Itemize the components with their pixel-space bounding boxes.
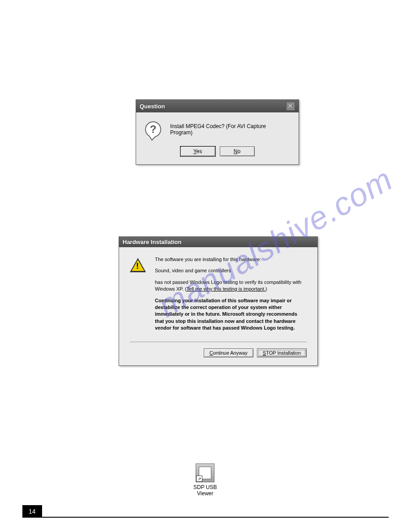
hw-device: Sound, video and game controllers [155, 267, 307, 274]
page-number: 14 [22, 505, 42, 518]
hardware-titlebar: Hardware Installation [119, 237, 317, 247]
close-button[interactable]: ✕ [286, 102, 295, 111]
shortcut-label: SDP USB Viewer [193, 484, 217, 497]
hardware-content: The software you are installing for this… [155, 256, 307, 336]
hw-warning-para: has not passed Windows Logo testing to v… [155, 279, 307, 293]
close-icon: ✕ [288, 103, 293, 110]
shortcut-label-line2: Viewer [193, 490, 217, 497]
footer-line [42, 517, 389, 518]
yes-rest: es [197, 148, 202, 154]
question-body: ? Install MPEG4 Codec? (For AVI Capture … [136, 112, 299, 146]
shortcut-label-line1: SDP USB [193, 484, 217, 490]
hardware-dialog: Hardware Installation ! The software you… [119, 236, 318, 366]
question-dialog: Question ✕ ? Install MPEG4 Codec? (For A… [136, 99, 299, 165]
hardware-body: ! The software you are installing for th… [119, 247, 317, 365]
question-icon: ? [145, 121, 161, 137]
question-title: Question [140, 103, 165, 110]
shortcut-icon: ↗ [196, 463, 214, 482]
continue-rest: ontinue Anyway [213, 350, 248, 356]
question-message: Install MPEG4 Codec? (For AVI Capture Pr… [170, 123, 290, 136]
yes-button[interactable]: Yes [180, 146, 215, 156]
question-buttons: Yes No [136, 146, 299, 164]
hardware-top: ! The software you are installing for th… [130, 256, 307, 336]
no-button[interactable]: No [220, 146, 255, 156]
stop-installation-button[interactable]: STOP Installation [257, 348, 307, 357]
hardware-buttons: Continue Anyway STOP Installation [130, 348, 307, 357]
page-footer: 14 [22, 505, 389, 518]
warning-icon: ! [130, 258, 146, 272]
hw-link[interactable]: Tell me why this testing is important. [187, 286, 265, 292]
hw-intro: The software you are installing for this… [155, 256, 307, 263]
continue-u: C [210, 350, 213, 356]
shortcut-arrow-icon: ↗ [196, 476, 202, 482]
stop-rest: TOP Installation [266, 350, 301, 356]
sdp-usb-viewer-shortcut[interactable]: ↗ SDP USB Viewer [193, 463, 217, 497]
question-titlebar: Question ✕ [136, 100, 299, 112]
hw-divider [130, 342, 307, 342]
no-rest: o [237, 148, 240, 154]
hardware-title: Hardware Installation [123, 239, 181, 245]
continue-anyway-button[interactable]: Continue Anyway [204, 348, 253, 357]
yes-underline: Y [193, 148, 197, 154]
hw-bold-warning: Continuing your installation of this sof… [155, 297, 307, 332]
hw-warning-close: ) [265, 286, 267, 292]
